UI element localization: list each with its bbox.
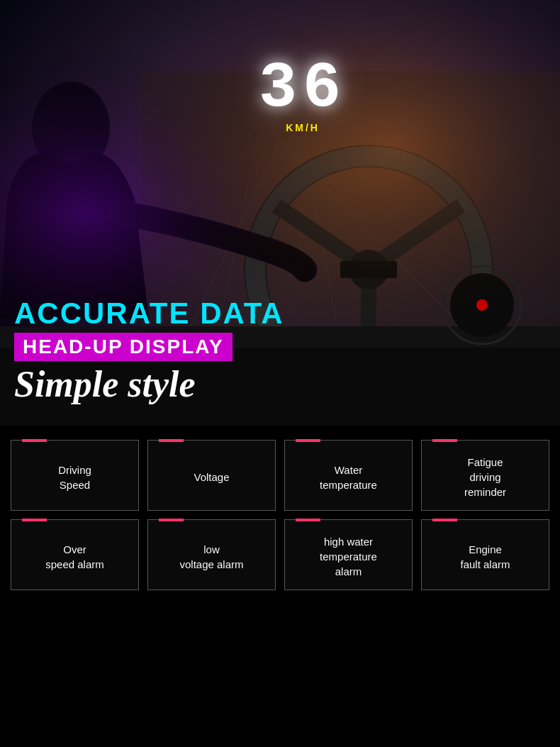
hero-text-overlay: ACCURATE DATA HEAD-UP DISPLAY Simple sty… (14, 297, 546, 404)
feature-label-voltage: Voltage (194, 470, 229, 485)
accurate-data-heading: ACCURATE DATA (14, 297, 546, 330)
features-row-1: DrivingSpeed Voltage Watertemperature Fa… (11, 440, 549, 511)
features-row-2: Overspeed alarm lowvoltage alarm high wa… (11, 519, 549, 590)
feature-card-voltage: Voltage (147, 440, 276, 511)
feature-label-driving-speed: DrivingSpeed (58, 463, 91, 492)
feature-card-engine-fault: Enginefault alarm (421, 519, 549, 590)
feature-label-over-speed: Overspeed alarm (45, 542, 104, 572)
feature-label-high-water-temp: high watertemperaturealarm (320, 534, 377, 579)
head-up-display-label: HEAD-UP DISPLAY (14, 333, 233, 361)
feature-card-driving-speed: DrivingSpeed (11, 440, 139, 511)
hud-display: 36 KM/H (259, 57, 347, 133)
hero-section: 36 KM/H ACCURATE DATA HEAD-UP DISPLAY Si… (0, 0, 560, 426)
feature-label-low-voltage: lowvoltage alarm (179, 542, 243, 572)
simple-style-heading: Simple style (14, 364, 546, 404)
feature-card-high-water-temp: high watertemperaturealarm (284, 519, 413, 590)
feature-card-fatigue: Fatiguedrivingreminder (421, 440, 549, 511)
feature-card-low-voltage: lowvoltage alarm (147, 519, 276, 590)
feature-label-fatigue: Fatiguedrivingreminder (464, 455, 506, 499)
feature-card-over-speed: Overspeed alarm (11, 519, 139, 590)
feature-label-engine-fault: Enginefault alarm (460, 542, 510, 572)
features-section: DrivingSpeed Voltage Watertemperature Fa… (0, 426, 560, 613)
feature-card-water-temp: Watertemperature (284, 440, 413, 511)
speed-value: 36 (259, 57, 347, 121)
feature-label-water-temp: Watertemperature (320, 463, 377, 492)
